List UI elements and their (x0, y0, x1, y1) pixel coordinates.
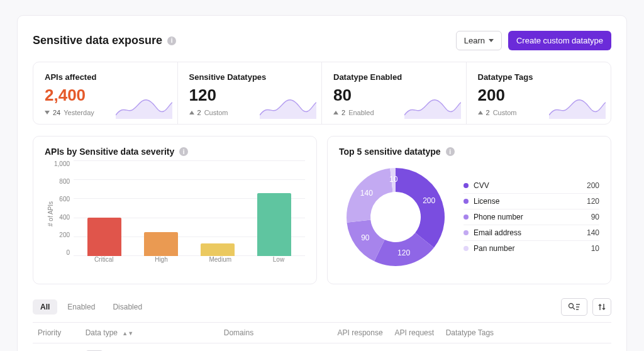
legend-name: Phone number (474, 213, 523, 221)
table-section: AllEnabledDisabled (33, 298, 611, 351)
arrow-up-icon (189, 111, 194, 114)
kpi-delta-suffix: Enabled (348, 109, 374, 116)
legend-row[interactable]: Email address 140 (464, 225, 599, 241)
legend-row[interactable]: CVV 200 (464, 178, 599, 194)
kpi-row: APIs affected 2,400 24 Yesterday Sensiti… (33, 62, 611, 125)
table-toolbar: AllEnabledDisabled (33, 298, 611, 316)
legend-value: 10 (591, 244, 599, 253)
charts-row: APIs by Sensitive data severity i # of A… (33, 136, 611, 284)
legend-dot (464, 199, 469, 204)
legend-row[interactable]: Pan number 10 (464, 241, 599, 256)
donut-slice-label: 140 (360, 189, 373, 198)
kpi-delta-suffix: Custom (204, 109, 228, 116)
api-response-value: 50 (333, 343, 390, 352)
header-actions: Learn Create custom datatype (456, 31, 611, 50)
arrow-up-icon (333, 111, 338, 114)
col-api-response[interactable]: API response (333, 323, 390, 343)
donut-slice-label: 10 (389, 175, 398, 184)
sort-icon (597, 303, 606, 311)
table-head: Priority Data type ▲▼ Domains API respon… (33, 323, 611, 343)
search-filter-button[interactable] (561, 298, 587, 316)
donut-chart-card: Top 5 sensitive datatype i 2001209014010… (327, 136, 611, 284)
kpi-card[interactable]: Datatype Enabled 80 2 Enabled (322, 62, 467, 124)
donut-card-title: Top 5 sensitive datatype (339, 147, 441, 157)
info-icon[interactable]: i (446, 147, 455, 156)
learn-button[interactable]: Learn (456, 31, 502, 50)
svg-point-0 (569, 304, 574, 308)
legend-dot (464, 214, 469, 220)
kpi-label: Datatype Enabled (333, 72, 455, 82)
bar-card-header: APIs by Sensitive data severity i (45, 147, 305, 157)
donut-slice-label: 120 (397, 248, 410, 257)
page-title: Sensitive data exposure (33, 34, 162, 47)
tab-disabled[interactable]: Disabled (105, 299, 150, 315)
x-tick: High (155, 256, 168, 267)
donut-legend: CVV 200 License 120 Phone number 90 Emai… (464, 178, 599, 256)
donut-slice-label: 90 (361, 233, 370, 242)
bar-high[interactable] (144, 232, 178, 256)
legend-name: License (474, 197, 499, 206)
x-tick: Critical (94, 256, 114, 267)
table-body: Critical Card verification value (CVV) s… (33, 343, 611, 352)
col-api-request[interactable]: API request (389, 323, 440, 343)
kpi-card[interactable]: APIs affected 2,400 24 Yesterday (33, 62, 178, 124)
sparkline (116, 94, 172, 119)
kpi-label: Datatype Tags (478, 72, 600, 82)
table-tabs: AllEnabledDisabled (33, 299, 150, 315)
donut-slice[interactable] (396, 168, 445, 248)
dashboard-container: Sensitive data exposure i Learn Create c… (17, 15, 627, 351)
legend-name: Pan number (474, 244, 514, 253)
bar-low[interactable] (257, 193, 291, 256)
y-tick: 400 (54, 214, 70, 221)
y-tick: 800 (54, 178, 70, 185)
learn-label: Learn (464, 36, 485, 45)
bar-card-title: APIs by Sensitive data severity (45, 147, 174, 157)
table-row[interactable]: Critical Card verification value (CVV) s… (33, 343, 611, 352)
donut-svg: 2001209014010 (339, 160, 452, 274)
sort-button[interactable] (592, 298, 611, 316)
sort-caret-icon: ▲▼ (122, 330, 133, 337)
create-datatype-button[interactable]: Create custom datatype (508, 31, 611, 50)
y-tick: 0 (54, 249, 70, 256)
donut-card-header: Top 5 sensitive datatype i (339, 147, 599, 157)
legend-name: CVV (474, 181, 489, 190)
info-icon[interactable]: i (167, 36, 176, 45)
bar-critical[interactable] (87, 218, 121, 256)
donut-slice-label: 200 (423, 196, 435, 205)
legend-value: 140 (587, 228, 599, 237)
datatype-table: Priority Data type ▲▼ Domains API respon… (33, 322, 611, 351)
legend-dot (464, 183, 469, 188)
col-domains[interactable]: Domains (219, 323, 333, 343)
legend-dot (464, 246, 469, 251)
svg-line-1 (573, 308, 575, 309)
col-tags[interactable]: Datatype Tags (441, 323, 589, 343)
legend-value: 90 (591, 213, 599, 221)
kpi-card[interactable]: Datatype Tags 200 2 Custom (467, 62, 611, 124)
col-datatype[interactable]: Data type ▲▼ (80, 323, 219, 343)
col-priority[interactable]: Priority (33, 323, 80, 343)
kpi-card[interactable]: Sensitive Datatypes 120 2 Custom (178, 62, 323, 124)
kpi-delta-value: 24 (53, 109, 60, 116)
legend-value: 120 (587, 197, 599, 206)
y-axis-label: # of APIs (45, 160, 54, 267)
sparkline (404, 94, 461, 119)
x-axis-ticks: CriticalHighMediumLow (74, 256, 305, 267)
x-tick: Low (273, 256, 284, 267)
arrow-down-icon (45, 111, 50, 114)
legend-dot (464, 230, 469, 235)
legend-row[interactable]: License 120 (464, 194, 599, 209)
bar-chart: # of APIs 1,0008006004002000 CriticalHig… (45, 160, 305, 267)
tab-all[interactable]: All (33, 299, 57, 315)
title-group: Sensitive data exposure i (33, 34, 176, 47)
legend-row[interactable]: Phone number 90 (464, 209, 599, 225)
info-icon[interactable]: i (179, 147, 188, 156)
tab-enabled[interactable]: Enabled (60, 299, 103, 315)
kpi-delta-value: 2 (341, 109, 345, 116)
bars-group (74, 160, 305, 256)
plot-area: CriticalHighMediumLow (74, 160, 305, 267)
y-tick: 200 (54, 231, 70, 238)
kpi-delta-value: 2 (486, 109, 490, 116)
sparkline (549, 94, 606, 119)
datatype-name: Card verification value (CVV) (108, 343, 219, 352)
bar-medium[interactable] (201, 243, 235, 256)
